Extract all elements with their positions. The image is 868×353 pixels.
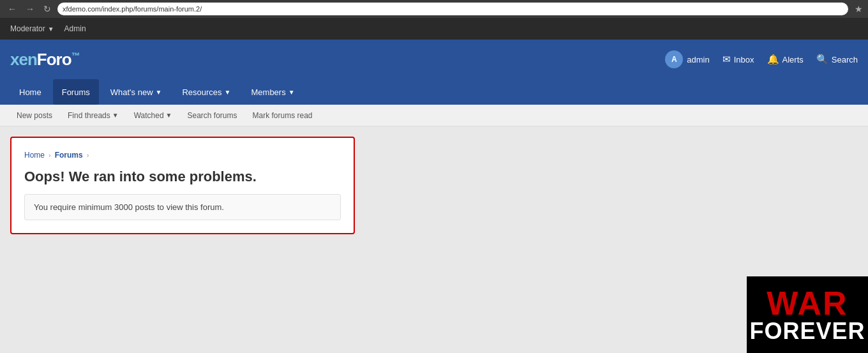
logo-trademark: ™ <box>71 50 80 61</box>
search-label: Search <box>832 55 858 64</box>
watermark: WAR FOREVER <box>747 276 868 353</box>
back-button[interactable]: ← <box>5 3 19 15</box>
alerts-button[interactable]: 🔔 Alerts <box>767 54 804 65</box>
user-menu[interactable]: A admin <box>665 50 709 68</box>
nav-item-forums[interactable]: Forums <box>53 79 99 105</box>
breadcrumb-home[interactable]: Home <box>24 151 45 160</box>
watermark-war: WAR <box>767 287 848 320</box>
nav-item-home[interactable]: Home <box>10 79 50 105</box>
resources-caret-icon: ▼ <box>225 89 231 96</box>
watched-caret-icon: ▼ <box>166 112 172 119</box>
moderator-label: Moderator <box>10 24 45 33</box>
moderator-menu[interactable]: Moderator ▼ <box>10 24 54 33</box>
url-bar[interactable]: xfdemo.com/index.php/forums/main-forum.2… <box>57 3 848 15</box>
watermark-forever: FOREVER <box>749 320 865 343</box>
find-threads-label: Find threads <box>68 111 110 120</box>
search-icon: 🔍 <box>816 54 828 65</box>
nav-item-whats-new[interactable]: What's new ▼ <box>101 79 171 105</box>
breadcrumb-sep-1: › <box>49 151 51 159</box>
sub-nav-mark-forums-read[interactable]: Mark forums read <box>246 109 319 123</box>
sub-nav-find-threads[interactable]: Find threads ▼ <box>61 109 125 123</box>
moderator-caret-icon: ▼ <box>48 26 54 33</box>
watched-label: Watched <box>134 111 164 120</box>
nav-forums-label: Forums <box>62 87 90 97</box>
url-text: xfdemo.com/index.php/forums/main-forum.2… <box>63 5 202 13</box>
logo-foro: Foro <box>37 50 71 69</box>
search-forums-label: Search forums <box>187 111 237 120</box>
whats-new-caret-icon: ▼ <box>156 89 162 96</box>
main-nav: Home Forums What's new ▼ Resources ▼ Mem… <box>0 79 868 105</box>
inbox-label: Inbox <box>734 55 754 64</box>
logo-xen: xen <box>10 50 37 69</box>
mark-forums-read-label: Mark forums read <box>253 111 313 120</box>
breadcrumb: Home › Forums › <box>24 151 341 160</box>
nav-resources-label: Resources <box>182 87 221 97</box>
breadcrumb-sep-2: › <box>87 151 89 159</box>
sub-nav-search-forums[interactable]: Search forums <box>181 109 243 123</box>
header-right: A admin ✉ Inbox 🔔 Alerts 🔍 Search <box>665 50 858 68</box>
sub-nav-watched[interactable]: Watched ▼ <box>128 109 179 123</box>
forward-button[interactable]: → <box>23 3 37 15</box>
nav-item-resources[interactable]: Resources ▼ <box>173 79 239 105</box>
admin-link[interactable]: Admin <box>64 24 86 33</box>
admin-bar: Moderator ▼ Admin <box>0 18 868 40</box>
nav-members-label: Members <box>251 87 286 97</box>
inbox-icon: ✉ <box>722 54 731 65</box>
find-threads-caret-icon: ▼ <box>112 112 119 119</box>
error-title: Oops! We ran into some problems. <box>24 169 341 185</box>
browser-bar: ← → ↻ xfdemo.com/index.php/forums/main-f… <box>0 0 868 18</box>
sub-nav: New posts Find threads ▼ Watched ▼ Searc… <box>0 105 868 126</box>
avatar: A <box>665 50 683 68</box>
nav-home-label: Home <box>19 87 41 97</box>
error-message: You require minimum 3000 posts to view t… <box>24 194 341 220</box>
nav-item-members[interactable]: Members ▼ <box>243 79 304 105</box>
main-content: Home › Forums › Oops! We ran into some p… <box>0 126 868 318</box>
error-panel: Home › Forums › Oops! We ran into some p… <box>10 137 355 234</box>
search-button[interactable]: 🔍 Search <box>816 54 858 65</box>
sub-nav-new-posts[interactable]: New posts <box>10 109 59 123</box>
nav-whats-new-label: What's new <box>110 87 153 97</box>
members-caret-icon: ▼ <box>288 89 295 96</box>
new-posts-label: New posts <box>17 111 52 120</box>
breadcrumb-forums[interactable]: Forums <box>55 151 83 160</box>
site-header: xenForo™ A admin ✉ Inbox 🔔 Alerts 🔍 Sear… <box>0 40 868 79</box>
site-logo[interactable]: xenForo™ <box>10 50 80 70</box>
reload-button[interactable]: ↻ <box>41 3 54 15</box>
inbox-button[interactable]: ✉ Inbox <box>722 54 754 65</box>
admin-label: Admin <box>64 24 86 33</box>
bookmark-icon[interactable]: ★ <box>855 4 863 14</box>
bell-icon: 🔔 <box>767 54 779 65</box>
username: admin <box>687 55 709 64</box>
alerts-label: Alerts <box>782 55 804 64</box>
